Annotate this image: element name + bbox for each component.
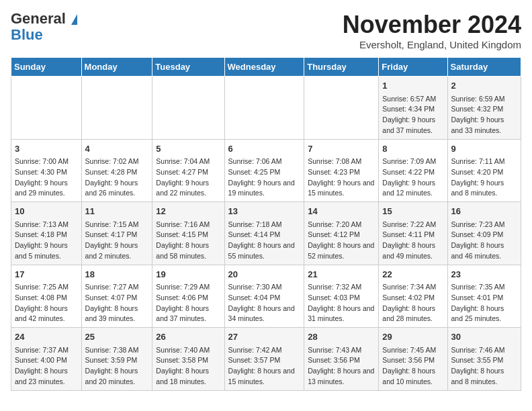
logo: General Blue bbox=[11, 11, 77, 43]
calendar-cell bbox=[11, 77, 82, 140]
calendar-cell: 8Sunrise: 7:09 AMSunset: 4:22 PMDaylight… bbox=[379, 139, 447, 202]
sunrise-text: Sunrise: 7:38 AM bbox=[85, 345, 149, 356]
calendar-cell: 22Sunrise: 7:34 AMSunset: 4:02 PMDayligh… bbox=[379, 265, 447, 328]
sunrise-text: Sunrise: 7:42 AM bbox=[228, 345, 301, 356]
header-monday: Monday bbox=[81, 58, 152, 77]
logo-blue: Blue bbox=[11, 27, 43, 43]
daylight-text: Daylight: 8 hours and 49 minutes. bbox=[382, 240, 443, 262]
day-number: 13 bbox=[228, 205, 301, 218]
day-number: 23 bbox=[451, 268, 517, 281]
sunset-text: Sunset: 4:18 PM bbox=[15, 230, 78, 240]
calendar-cell: 3Sunrise: 7:00 AMSunset: 4:30 PMDaylight… bbox=[11, 139, 82, 202]
calendar-cell: 2Sunrise: 6:59 AMSunset: 4:32 PMDaylight… bbox=[447, 77, 521, 140]
sunset-text: Sunset: 4:07 PM bbox=[85, 293, 149, 304]
calendar-week-1: 3Sunrise: 7:00 AMSunset: 4:30 PMDaylight… bbox=[11, 139, 521, 202]
day-number: 22 bbox=[382, 268, 443, 281]
daylight-text: Daylight: 8 hours and 15 minutes. bbox=[228, 366, 301, 387]
day-number: 26 bbox=[156, 330, 220, 344]
calendar-cell: 30Sunrise: 7:46 AMSunset: 3:55 PMDayligh… bbox=[447, 328, 521, 391]
day-number: 1 bbox=[382, 79, 443, 93]
sunrise-text: Sunrise: 7:45 AM bbox=[382, 345, 443, 356]
day-number: 27 bbox=[228, 330, 301, 344]
calendar-cell: 21Sunrise: 7:32 AMSunset: 4:03 PMDayligh… bbox=[304, 265, 379, 328]
day-number: 19 bbox=[156, 268, 220, 281]
sunset-text: Sunset: 4:30 PM bbox=[15, 167, 78, 178]
sunrise-text: Sunrise: 7:34 AM bbox=[382, 282, 443, 293]
sunrise-text: Sunrise: 7:02 AM bbox=[85, 156, 149, 167]
daylight-text: Daylight: 8 hours and 13 minutes. bbox=[308, 366, 375, 387]
daylight-text: Daylight: 8 hours and 20 minutes. bbox=[85, 366, 149, 387]
day-number: 10 bbox=[15, 205, 78, 218]
sunrise-text: Sunrise: 7:22 AM bbox=[382, 220, 443, 230]
sunset-text: Sunset: 3:56 PM bbox=[382, 355, 443, 366]
daylight-text: Daylight: 9 hours and 26 minutes. bbox=[85, 178, 149, 199]
sunset-text: Sunset: 4:06 PM bbox=[156, 293, 220, 304]
sunrise-text: Sunrise: 7:09 AM bbox=[382, 156, 443, 167]
sunrise-text: Sunrise: 7:46 AM bbox=[451, 345, 517, 356]
daylight-text: Daylight: 8 hours and 42 minutes. bbox=[15, 304, 78, 325]
day-number: 25 bbox=[85, 330, 149, 344]
calendar-cell: 16Sunrise: 7:23 AMSunset: 4:09 PMDayligh… bbox=[447, 202, 521, 265]
sunrise-text: Sunrise: 7:04 AM bbox=[156, 156, 220, 167]
sunset-text: Sunset: 4:12 PM bbox=[308, 230, 375, 240]
sunset-text: Sunset: 4:15 PM bbox=[156, 230, 220, 240]
calendar-cell: 26Sunrise: 7:40 AMSunset: 3:58 PMDayligh… bbox=[152, 328, 224, 391]
sunrise-text: Sunrise: 7:20 AM bbox=[308, 220, 375, 230]
daylight-text: Daylight: 8 hours and 23 minutes. bbox=[15, 366, 78, 387]
calendar-cell: 28Sunrise: 7:43 AMSunset: 3:56 PMDayligh… bbox=[304, 328, 379, 391]
sunset-text: Sunset: 3:56 PM bbox=[308, 355, 375, 366]
daylight-text: Daylight: 9 hours and 19 minutes. bbox=[228, 178, 301, 199]
sunrise-text: Sunrise: 7:27 AM bbox=[85, 282, 149, 293]
sunrise-text: Sunrise: 7:37 AM bbox=[15, 345, 78, 356]
sunset-text: Sunset: 4:28 PM bbox=[85, 167, 149, 178]
title-area: November 2024 Eversholt, England, United… bbox=[343, 11, 521, 50]
calendar-table: SundayMondayTuesdayWednesdayThursdayFrid… bbox=[11, 57, 521, 391]
sunset-text: Sunset: 4:25 PM bbox=[228, 167, 301, 178]
daylight-text: Daylight: 9 hours and 5 minutes. bbox=[15, 240, 78, 262]
sunset-text: Sunset: 4:04 PM bbox=[228, 293, 301, 304]
daylight-text: Daylight: 8 hours and 31 minutes. bbox=[308, 304, 375, 325]
daylight-text: Daylight: 9 hours and 12 minutes. bbox=[382, 178, 443, 199]
sunrise-text: Sunrise: 7:06 AM bbox=[228, 156, 301, 167]
header-tuesday: Tuesday bbox=[152, 58, 224, 77]
daylight-text: Daylight: 9 hours and 29 minutes. bbox=[15, 178, 78, 199]
daylight-text: Daylight: 8 hours and 8 minutes. bbox=[451, 366, 517, 387]
sunset-text: Sunset: 4:03 PM bbox=[308, 293, 375, 304]
calendar-cell bbox=[81, 77, 152, 140]
daylight-text: Daylight: 8 hours and 52 minutes. bbox=[308, 240, 375, 262]
calendar-cell: 23Sunrise: 7:35 AMSunset: 4:01 PMDayligh… bbox=[447, 265, 521, 328]
day-number: 18 bbox=[85, 268, 149, 281]
calendar-week-4: 24Sunrise: 7:37 AMSunset: 4:00 PMDayligh… bbox=[11, 328, 521, 391]
daylight-text: Daylight: 8 hours and 25 minutes. bbox=[451, 304, 517, 325]
calendar-cell: 12Sunrise: 7:16 AMSunset: 4:15 PMDayligh… bbox=[152, 202, 224, 265]
daylight-text: Daylight: 8 hours and 28 minutes. bbox=[382, 304, 443, 325]
day-number: 11 bbox=[85, 205, 149, 218]
calendar-cell: 19Sunrise: 7:29 AMSunset: 4:06 PMDayligh… bbox=[152, 265, 224, 328]
sunrise-text: Sunrise: 6:57 AM bbox=[382, 94, 443, 105]
day-number: 2 bbox=[451, 79, 517, 93]
calendar-cell: 20Sunrise: 7:30 AMSunset: 4:04 PMDayligh… bbox=[224, 265, 304, 328]
calendar-cell: 15Sunrise: 7:22 AMSunset: 4:11 PMDayligh… bbox=[379, 202, 447, 265]
sunset-text: Sunset: 4:32 PM bbox=[451, 104, 517, 115]
daylight-text: Daylight: 9 hours and 22 minutes. bbox=[156, 178, 220, 199]
sunrise-text: Sunrise: 7:00 AM bbox=[15, 156, 78, 167]
sunset-text: Sunset: 4:27 PM bbox=[156, 167, 220, 178]
calendar-cell: 10Sunrise: 7:13 AMSunset: 4:18 PMDayligh… bbox=[11, 202, 82, 265]
sunrise-text: Sunrise: 7:35 AM bbox=[451, 282, 517, 293]
header-friday: Friday bbox=[379, 58, 447, 77]
calendar-cell bbox=[224, 77, 304, 140]
calendar-cell: 7Sunrise: 7:08 AMSunset: 4:23 PMDaylight… bbox=[304, 139, 379, 202]
sunset-text: Sunset: 4:01 PM bbox=[451, 293, 517, 304]
day-number: 17 bbox=[15, 268, 78, 281]
day-number: 12 bbox=[156, 205, 220, 218]
calendar-week-0: 1Sunrise: 6:57 AMSunset: 4:34 PMDaylight… bbox=[11, 77, 521, 140]
calendar-cell: 5Sunrise: 7:04 AMSunset: 4:27 PMDaylight… bbox=[152, 139, 224, 202]
calendar-cell: 13Sunrise: 7:18 AMSunset: 4:14 PMDayligh… bbox=[224, 202, 304, 265]
daylight-text: Daylight: 8 hours and 58 minutes. bbox=[156, 240, 220, 262]
day-number: 24 bbox=[15, 330, 78, 344]
calendar-cell: 1Sunrise: 6:57 AMSunset: 4:34 PMDaylight… bbox=[379, 77, 447, 140]
sunrise-text: Sunrise: 7:08 AM bbox=[308, 156, 375, 167]
month-title: November 2024 bbox=[343, 11, 521, 39]
calendar-cell: 27Sunrise: 7:42 AMSunset: 3:57 PMDayligh… bbox=[224, 328, 304, 391]
calendar-week-3: 17Sunrise: 7:25 AMSunset: 4:08 PMDayligh… bbox=[11, 265, 521, 328]
